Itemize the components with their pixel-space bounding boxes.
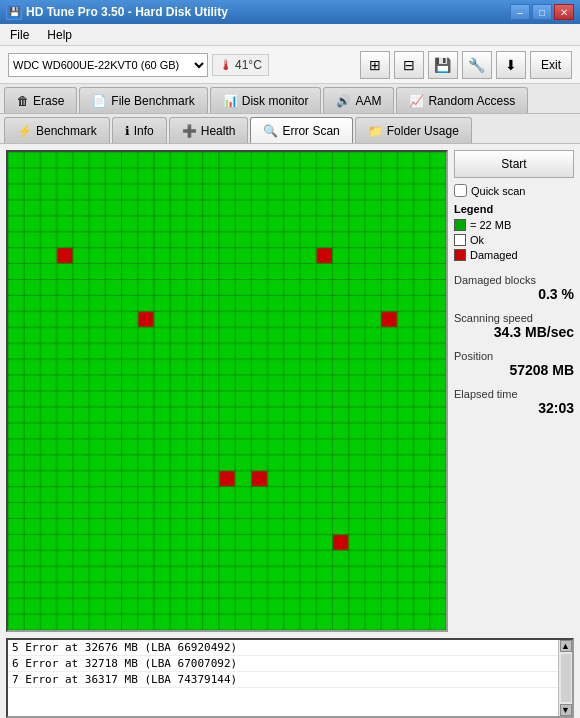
scroll-track bbox=[561, 654, 571, 702]
error-log-row: 5 Error at 32676 MB (LBA 66920492) bbox=[8, 640, 558, 656]
monitor-icon: 📊 bbox=[223, 94, 238, 108]
menu-bar: File Help bbox=[0, 24, 580, 46]
grid-canvas bbox=[8, 152, 446, 630]
legend-box-green bbox=[454, 219, 466, 231]
error-log-row: 6 Error at 32718 MB (LBA 67007092) bbox=[8, 656, 558, 672]
tab-health[interactable]: ➕ Health bbox=[169, 117, 249, 143]
maximize-button[interactable]: □ bbox=[532, 4, 552, 20]
error-log: 5 Error at 32676 MB (LBA 66920492)6 Erro… bbox=[8, 640, 558, 716]
tab-random-access[interactable]: 📈 Random Access bbox=[396, 87, 528, 113]
toolbar-btn-down[interactable]: ⬇ bbox=[496, 51, 526, 79]
damaged-blocks-section: Damaged blocks 0.3 % bbox=[454, 274, 574, 302]
error-log-container: 5 Error at 32676 MB (LBA 66920492)6 Erro… bbox=[6, 638, 574, 718]
damaged-blocks-label: Damaged blocks bbox=[454, 274, 574, 286]
folder-icon: 📁 bbox=[368, 124, 383, 138]
side-panel: Start Quick scan Legend = 22 MB Ok Damag… bbox=[454, 150, 574, 632]
tab-benchmark[interactable]: ⚡ Benchmark bbox=[4, 117, 110, 143]
exit-button[interactable]: Exit bbox=[530, 51, 572, 79]
legend-item-ok2: Ok bbox=[454, 234, 574, 246]
file-icon: 📄 bbox=[92, 94, 107, 108]
scanning-speed-section: Scanning speed 34.3 MB/sec bbox=[454, 312, 574, 340]
main-content: Start Quick scan Legend = 22 MB Ok Damag… bbox=[0, 144, 580, 638]
position-section: Position 57208 MB bbox=[454, 350, 574, 378]
elapsed-time-label: Elapsed time bbox=[454, 388, 574, 400]
tab-row-2: ⚡ Benchmark ℹ Info ➕ Health 🔍 Error Scan… bbox=[0, 114, 580, 144]
legend-item-damaged: Damaged bbox=[454, 249, 574, 261]
temperature-badge: 🌡 41°C bbox=[212, 54, 269, 76]
quick-scan-checkbox[interactable] bbox=[454, 184, 467, 197]
toolbar: WDC WD600UE-22KVT0 (60 GB) 🌡 41°C ⊞ ⊟ 💾 … bbox=[0, 46, 580, 84]
toolbar-btn-2[interactable]: ⊟ bbox=[394, 51, 424, 79]
start-button[interactable]: Start bbox=[454, 150, 574, 178]
health-icon: ➕ bbox=[182, 124, 197, 138]
close-button[interactable]: ✕ bbox=[554, 4, 574, 20]
quick-scan-row: Quick scan bbox=[454, 184, 574, 197]
legend-box-red bbox=[454, 249, 466, 261]
scanning-speed-label: Scanning speed bbox=[454, 312, 574, 324]
tab-aam[interactable]: 🔊 AAM bbox=[323, 87, 394, 113]
menu-file[interactable]: File bbox=[6, 26, 33, 44]
scan-icon: 🔍 bbox=[263, 124, 278, 138]
sound-icon: 🔊 bbox=[336, 94, 351, 108]
tab-error-scan[interactable]: 🔍 Error Scan bbox=[250, 117, 352, 143]
error-log-row: 7 Error at 36317 MB (LBA 74379144) bbox=[8, 672, 558, 688]
tab-info[interactable]: ℹ Info bbox=[112, 117, 167, 143]
scrollbar[interactable]: ▲ ▼ bbox=[558, 640, 572, 716]
toolbar-btn-save[interactable]: 💾 bbox=[428, 51, 458, 79]
tab-erase[interactable]: 🗑 Erase bbox=[4, 87, 77, 113]
quick-scan-label: Quick scan bbox=[471, 185, 525, 197]
info-icon: ℹ bbox=[125, 124, 130, 138]
legend-item-ok: = 22 MB bbox=[454, 219, 574, 231]
damaged-blocks-value: 0.3 % bbox=[454, 286, 574, 302]
legend-title: Legend bbox=[454, 203, 574, 215]
scan-grid bbox=[6, 150, 448, 632]
legend-label-damaged: Damaged bbox=[470, 249, 518, 261]
elapsed-time-value: 32:03 bbox=[454, 400, 574, 416]
window-controls: – □ ✕ bbox=[510, 4, 574, 20]
legend-section: Legend = 22 MB Ok Damaged bbox=[454, 203, 574, 264]
random-icon: 📈 bbox=[409, 94, 424, 108]
tab-folder-usage[interactable]: 📁 Folder Usage bbox=[355, 117, 472, 143]
legend-label-size: = 22 MB bbox=[470, 219, 511, 231]
tab-disk-monitor[interactable]: 📊 Disk monitor bbox=[210, 87, 322, 113]
tab-file-benchmark[interactable]: 📄 File Benchmark bbox=[79, 87, 207, 113]
legend-box-white bbox=[454, 234, 466, 246]
title-bar: 💾 HD Tune Pro 3.50 - Hard Disk Utility –… bbox=[0, 0, 580, 24]
scanning-speed-value: 34.3 MB/sec bbox=[454, 324, 574, 340]
toolbar-btn-1[interactable]: ⊞ bbox=[360, 51, 390, 79]
menu-help[interactable]: Help bbox=[43, 26, 76, 44]
app-icon: 💾 bbox=[6, 4, 22, 20]
erase-icon: 🗑 bbox=[17, 94, 29, 108]
elapsed-time-section: Elapsed time 32:03 bbox=[454, 388, 574, 416]
title-text: HD Tune Pro 3.50 - Hard Disk Utility bbox=[26, 5, 228, 19]
benchmark-icon: ⚡ bbox=[17, 124, 32, 138]
position-value: 57208 MB bbox=[454, 362, 574, 378]
legend-label-ok: Ok bbox=[470, 234, 484, 246]
toolbar-btn-tools[interactable]: 🔧 bbox=[462, 51, 492, 79]
position-label: Position bbox=[454, 350, 574, 362]
drive-select[interactable]: WDC WD600UE-22KVT0 (60 GB) bbox=[8, 53, 208, 77]
tab-row-1: 🗑 Erase 📄 File Benchmark 📊 Disk monitor … bbox=[0, 84, 580, 114]
thermometer-icon: 🌡 bbox=[219, 57, 233, 73]
temperature-value: 41°C bbox=[235, 58, 262, 72]
scroll-up-btn[interactable]: ▲ bbox=[560, 640, 572, 652]
minimize-button[interactable]: – bbox=[510, 4, 530, 20]
scroll-down-btn[interactable]: ▼ bbox=[560, 704, 572, 716]
